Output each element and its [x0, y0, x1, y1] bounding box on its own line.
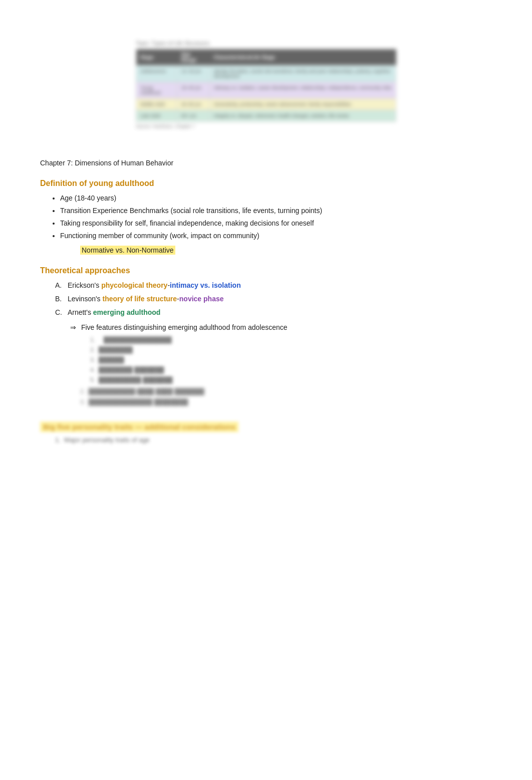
table-header-characteristics: Characteristics/Life Stage — [209, 49, 396, 66]
cell-age: 18–40 yrs — [177, 82, 210, 99]
table-title: Topic: Types of Life Structures — [136, 40, 396, 46]
emerging-adulthood-link: emerging adulthood — [93, 308, 161, 316]
theoretical-list: A. Erickson's phycological theory-intima… — [55, 280, 492, 318]
novice-phase-link: novice phase — [179, 295, 224, 303]
five-features-item: ⇒ Five features distinguishing emerging … — [70, 322, 492, 333]
cell-desc: Intimacy vs. isolation, career developme… — [209, 82, 396, 99]
table-row: Adolescence 12–18 yrs Identity formation… — [136, 66, 396, 82]
five-features-text: Five features distinguishing emerging ad… — [81, 323, 288, 331]
blurred-item-1: 2. ███████████ ████ ████ ███████ — [80, 387, 492, 396]
item-prefix: B. — [55, 295, 66, 303]
table-row: Middle Adult 40–65 yrs Generativity, pro… — [136, 99, 396, 110]
blurred-item-2: 3. ███████████████ ████████ — [80, 398, 492, 407]
normative-highlight: Normative vs. Non-Normative — [80, 246, 492, 254]
cell-desc: Integrity vs. despair, retirement, healt… — [209, 110, 396, 122]
blurred-continuation: 2. ███████████ ████ ████ ███████ 3. ████… — [80, 387, 492, 407]
table-row: Late Adult 65+ yrs Integrity vs. despair… — [136, 110, 396, 122]
normative-highlight-text: Normative vs. Non-Normative — [80, 246, 175, 255]
sub-numbered-list: 1. ████████████████ 2. ████████ 3. █████… — [90, 336, 492, 384]
cell-stage: Middle Adult — [136, 99, 177, 110]
theoretical-heading: Theoretical approaches — [40, 266, 492, 275]
cell-stage: Young Adulthood — [136, 82, 177, 99]
table-row: Young Adulthood 18–40 yrs Intimacy vs. i… — [136, 82, 396, 99]
life-stages-table: Stage Age Range Characteristics/Life Sta… — [136, 49, 396, 122]
arrow-icon: ⇒ — [70, 323, 76, 331]
bottom-highlight-title: Big five personality traits — additional… — [40, 422, 238, 432]
intimacy-isolation-link: intimacy vs. isolation — [170, 281, 241, 289]
sub-item-3: 3. ██████ — [90, 356, 492, 364]
item-label: Arnett's — [68, 308, 93, 316]
life-structure-link: theory of life structure — [103, 295, 177, 303]
sub-item-4: 4. ████████ ███████ — [90, 366, 492, 374]
item-label: Levinson's — [68, 295, 103, 303]
cell-age: 40–65 yrs — [177, 99, 210, 110]
list-item-erickson: A. Erickson's phycological theory-intima… — [55, 280, 492, 291]
item-label: Erickson's — [68, 281, 101, 289]
cell-stage: Adolescence — [136, 66, 177, 82]
blurred-table-container: Topic: Types of Life Structures Stage Ag… — [136, 40, 396, 129]
item-prefix: C. — [55, 308, 66, 316]
cell-stage: Late Adult — [136, 110, 177, 122]
list-item-levinson: B. Levinson's theory of life structure-n… — [55, 294, 492, 304]
chapter-title: Chapter 7: Dimensions of Human Behavior — [40, 159, 492, 167]
item-prefix: A. — [55, 281, 66, 289]
sub-item-2: 2. ████████ — [90, 346, 492, 354]
bottom-section: Big five personality traits — additional… — [40, 422, 492, 444]
cell-desc: Generativity, productivity, career advan… — [209, 99, 396, 110]
cell-age: 12–18 yrs — [177, 66, 210, 82]
list-item: Taking responsibility for self, financia… — [60, 218, 492, 229]
cell-age: 65+ yrs — [177, 110, 210, 122]
cell-desc: Identity formation, social role transiti… — [209, 66, 396, 82]
list-item: Age (18-40 years) — [60, 193, 492, 204]
list-item-arnett: C. Arnett's emerging adulthood — [55, 307, 492, 318]
list-item: Functioning member of community (work, i… — [60, 231, 492, 241]
sub-item-5: 5. ██████████ ███████ — [90, 376, 492, 384]
table-header-stage: Stage — [136, 49, 177, 66]
sub-item-1: 1. ████████████████ — [90, 336, 492, 344]
table-footer: Source: Hutchison, Chapter 7 — [136, 124, 396, 129]
list-item: Transition Experience Benchmarks (social… — [60, 206, 492, 216]
bottom-sub-item-1: 1. Major personality traits of age — [55, 436, 492, 444]
definition-heading: Definition of young adulthood — [40, 179, 492, 188]
phycological-theory-link: phycological theory — [101, 281, 167, 289]
table-header-age: Age Range — [177, 49, 210, 66]
definition-bullet-list: Age (18-40 years) Transition Experience … — [60, 193, 492, 241]
